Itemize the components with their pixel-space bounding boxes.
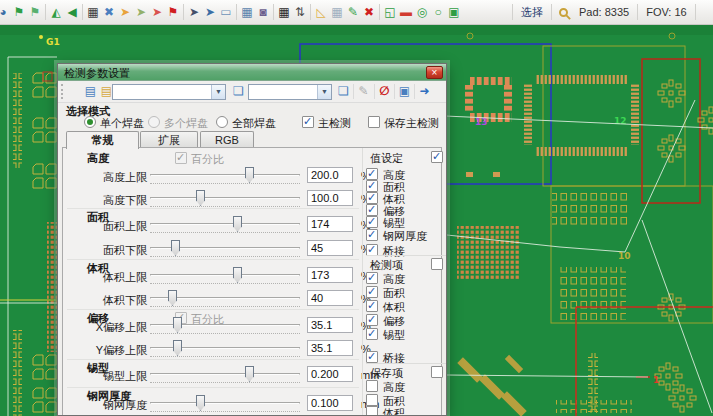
value-input[interactable]	[307, 395, 353, 411]
map-pin-icon[interactable]: ⚑	[165, 3, 181, 21]
slider-thumb[interactable]	[196, 395, 205, 411]
checkbox-item: 面积	[366, 286, 447, 299]
checkbox[interactable]	[366, 314, 378, 326]
calculator-icon[interactable]: ▦	[239, 3, 255, 21]
value-input[interactable]	[307, 267, 353, 283]
slider-thumb[interactable]	[233, 267, 242, 283]
checkbox[interactable]	[366, 328, 378, 340]
param-combo-1[interactable]: ▼	[112, 84, 226, 100]
radio-all-pads[interactable]	[216, 116, 228, 128]
slider-track[interactable]	[150, 402, 300, 404]
save-master-checkbox[interactable]	[431, 366, 443, 378]
slider-thumb[interactable]	[168, 290, 177, 306]
slider-thumb[interactable]	[245, 167, 254, 183]
value-input[interactable]	[307, 240, 353, 256]
camera-icon[interactable]: ◙	[255, 3, 271, 21]
detection-params-dialog: 检测参数设置 × ▤ ▤ ▼ ❏ ▼ ❏ ✎ ∅ ▣ ➜ 选择模式 单个焊盘 多…	[57, 63, 447, 416]
param-combo-2[interactable]: ▼	[248, 84, 332, 100]
slider-track[interactable]	[150, 347, 300, 349]
flag-icon[interactable]: ⚑	[11, 3, 27, 21]
slider-track[interactable]	[150, 197, 300, 199]
value-input[interactable]	[307, 167, 353, 183]
slider-thumb[interactable]	[245, 366, 254, 382]
checkbox[interactable]	[366, 380, 378, 392]
window-green-icon[interactable]: ◱	[382, 3, 398, 21]
radio-single-pad[interactable]	[84, 116, 96, 128]
edit-chart-icon[interactable]: ✎	[345, 3, 361, 21]
checkbox[interactable]	[366, 216, 378, 228]
slider-thumb[interactable]	[173, 317, 182, 333]
slider-thumb[interactable]	[173, 340, 182, 356]
value-input[interactable]	[307, 366, 353, 382]
checkbox-label: 体积	[383, 300, 405, 315]
block-icon[interactable]: ∅	[376, 83, 393, 100]
close-button[interactable]: ×	[426, 66, 443, 79]
value-input[interactable]	[307, 317, 353, 333]
tab-general[interactable]: 常规	[66, 131, 139, 149]
value-input[interactable]	[307, 190, 353, 206]
window-red-icon[interactable]: ▬	[398, 3, 414, 21]
value-input[interactable]	[307, 290, 353, 306]
checkbox[interactable]	[366, 229, 378, 241]
magnifier-icon[interactable]	[559, 8, 568, 17]
flag-light-icon[interactable]: ⚑	[27, 3, 43, 21]
value-input[interactable]	[307, 216, 353, 232]
tab-extended[interactable]: 扩展	[140, 131, 198, 148]
exit-icon[interactable]: ➜	[416, 83, 433, 100]
save-icon[interactable]: ▣	[396, 83, 413, 100]
dart-green-icon[interactable]: ➤	[133, 3, 149, 21]
checkbox[interactable]	[366, 406, 378, 416]
save-main-detect-label: 保存主检测	[384, 116, 439, 131]
slider-label: 面积上限	[77, 219, 147, 234]
checkbox[interactable]	[366, 272, 378, 284]
value-input[interactable]	[307, 340, 353, 356]
sort-az-icon[interactable]: ⇅	[292, 3, 308, 21]
checkbox[interactable]	[366, 286, 378, 298]
load-params-icon[interactable]: ▤	[82, 83, 99, 100]
measure-triangle-icon[interactable]: ◭	[48, 3, 64, 21]
cone-icon[interactable]: ◀	[64, 3, 80, 21]
slider-track[interactable]	[150, 223, 300, 225]
slider-track[interactable]	[150, 274, 300, 276]
slider-ticks	[150, 306, 300, 307]
screen-icon[interactable]: ▦	[85, 3, 101, 21]
tools-icon[interactable]: ✖	[101, 3, 117, 21]
apply-params-2-icon[interactable]: ❏	[335, 83, 352, 100]
square-icon[interactable]: ▣	[446, 3, 462, 21]
checkbox[interactable]	[366, 300, 378, 312]
dialog-titlebar[interactable]: 检测参数设置 ×	[58, 64, 446, 81]
chevron-down-icon[interactable]: ▼	[317, 85, 331, 99]
rect-select-icon[interactable]: ▭	[218, 3, 234, 21]
pushpin-dark-icon[interactable]: ➤	[186, 3, 202, 21]
dart-red-icon[interactable]: ➤	[149, 3, 165, 21]
slider-track[interactable]	[150, 373, 300, 375]
value-set-master-checkbox[interactable]	[431, 151, 443, 163]
delete-icon[interactable]: ✖	[361, 3, 377, 21]
dart-orange-icon[interactable]: ➤	[117, 3, 133, 21]
toolbar-grip[interactable]	[61, 84, 64, 99]
checkbox[interactable]	[366, 394, 378, 406]
main-detect-checkbox[interactable]	[302, 116, 314, 128]
grid-icon[interactable]: ▦	[329, 3, 345, 21]
slider-track[interactable]	[150, 324, 300, 326]
slider-label: 体积下限	[77, 293, 147, 308]
ruler-icon[interactable]: ◺	[313, 3, 329, 21]
slider-track[interactable]	[150, 174, 300, 176]
checkbox[interactable]	[366, 351, 378, 363]
slider-thumb[interactable]	[171, 240, 180, 256]
slider-thumb[interactable]	[196, 190, 205, 206]
slider-ticks	[150, 356, 300, 357]
save-main-detect-checkbox[interactable]	[368, 116, 380, 128]
chevron-down-icon[interactable]: ▼	[211, 85, 225, 99]
tiles-icon[interactable]: ▦	[276, 3, 292, 21]
slider-thumb[interactable]	[233, 216, 242, 232]
apply-params-icon[interactable]: ❏	[230, 83, 247, 100]
slider-ticks	[150, 333, 300, 334]
dart-blue-icon[interactable]: ➤	[202, 3, 218, 21]
circle-icon[interactable]: ○	[430, 3, 446, 21]
select-button[interactable]: 选择	[515, 5, 549, 20]
tab-rgb[interactable]: RGB	[200, 131, 254, 148]
view-circle-icon[interactable]: ◕	[0, 3, 11, 21]
target-icon[interactable]: ◎	[414, 3, 430, 21]
detect-master-checkbox[interactable]	[431, 258, 443, 270]
